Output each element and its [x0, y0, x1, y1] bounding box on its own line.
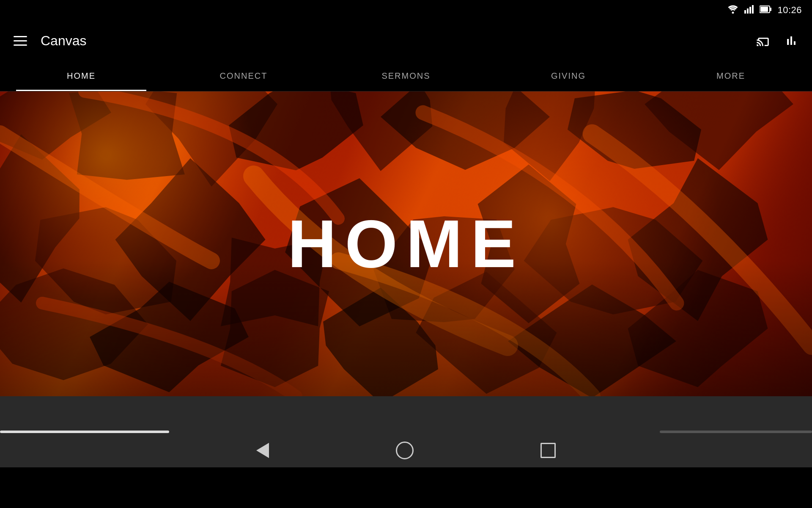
tab-sermons[interactable]: SERMONS [325, 61, 487, 91]
svg-rect-3 [749, 7, 751, 14]
bottom-area [0, 396, 812, 467]
svg-rect-7 [770, 8, 771, 11]
tab-connect[interactable]: CONNECT [162, 61, 325, 91]
svg-rect-6 [760, 7, 768, 12]
nav-tabs: HOME CONNECT SERMONS GIVING MORE [0, 61, 812, 91]
back-button[interactable] [256, 443, 269, 458]
signal-icon [744, 5, 754, 16]
svg-rect-4 [752, 5, 754, 14]
tab-home[interactable]: HOME [0, 61, 162, 91]
home-button[interactable] [396, 442, 414, 459]
scroll-indicator-left [0, 431, 169, 433]
app-bar-actions [756, 33, 798, 48]
scroll-indicator-right [660, 431, 812, 433]
hamburger-icon[interactable] [14, 36, 27, 46]
app-bar: Canvas [0, 20, 812, 61]
cast-icon[interactable] [756, 33, 771, 48]
tab-more[interactable]: MORE [650, 61, 812, 91]
status-time: 10:26 [777, 5, 802, 16]
svg-point-0 [732, 11, 734, 14]
navigation-bar [0, 433, 812, 467]
hero-banner: HOME [0, 91, 812, 396]
svg-rect-1 [744, 10, 746, 14]
hero-title: HOME [288, 205, 524, 283]
recent-button[interactable] [540, 443, 556, 458]
svg-rect-2 [747, 8, 749, 14]
status-bar: 10:26 [0, 0, 812, 20]
app-title: Canvas [41, 33, 743, 49]
battery-icon [760, 6, 771, 15]
tab-giving[interactable]: GIVING [487, 61, 650, 91]
wifi-icon [727, 5, 738, 16]
bar-chart-icon[interactable] [784, 33, 798, 48]
